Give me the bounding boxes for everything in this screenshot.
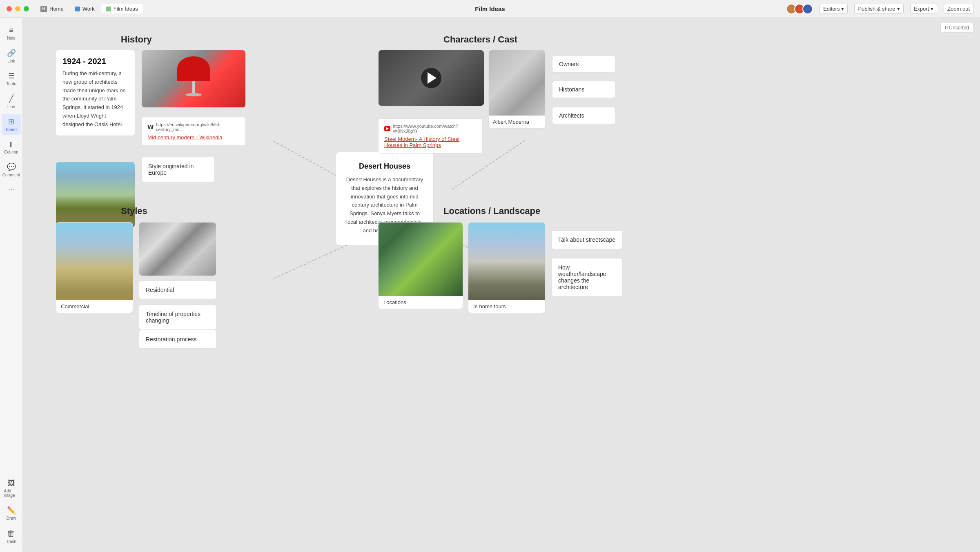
sidebar-line-label: Line	[7, 105, 15, 109]
yt-link-title[interactable]: Steel Modern- A History of Steel Houses …	[384, 136, 477, 148]
minimize-button[interactable]	[15, 6, 20, 11]
wiki-url-text: https://en.wikipedia.org/wiki/Mid-centur…	[156, 122, 240, 132]
sidebar-column-label: Column	[4, 150, 18, 154]
sidebar-add-image-label: Add image	[4, 489, 19, 498]
publish-chevron: ▾	[897, 6, 900, 12]
sidebar-item-board[interactable]: ⊞ Board	[2, 114, 21, 135]
styles-section-label: Styles	[121, 206, 147, 216]
sidebar: ≡ Note 🔗 Link ☰ To-do ╱ Line ⊞ Board ⫿ C…	[0, 18, 23, 552]
close-button[interactable]	[7, 6, 12, 11]
maximize-button[interactable]	[24, 6, 29, 11]
trash-icon: 🗑	[7, 529, 15, 538]
video-still-card[interactable]	[378, 50, 484, 106]
wikipedia-icon: 𝗪	[147, 124, 154, 130]
home-tab-icon: 𝗛	[40, 6, 47, 12]
tab-film-ideas[interactable]: Film Ideas	[101, 4, 143, 13]
sidebar-item-note[interactable]: ≡ Note	[2, 23, 21, 44]
sidebar-item-line[interactable]: ╱ Line	[2, 91, 21, 112]
restoration-card: Restoration process	[139, 330, 216, 349]
sidebar-item-link[interactable]: 🔗 Link	[2, 45, 21, 67]
style-origin-card: Style originated in Europe	[141, 157, 215, 182]
sidebar-link-label: Link	[7, 59, 15, 63]
restoration-label: Restoration process	[139, 330, 216, 348]
history-section-label: History	[121, 34, 152, 45]
history-date-range: 1924 - 2021	[56, 50, 135, 69]
sidebar-item-comment[interactable]: 💬 Comment	[2, 159, 21, 180]
draw-icon: ✏️	[7, 506, 16, 515]
traffic-lights	[7, 6, 29, 11]
sidebar-item-draw[interactable]: ✏️ Draw	[2, 503, 21, 524]
sidebar-item-todo[interactable]: ☰ To-do	[2, 68, 21, 89]
albert-moderna-name: Albert Moderna	[489, 116, 545, 128]
more-icon: ···	[8, 185, 14, 194]
canvas[interactable]: 0 Unsorted History 1924 - 2021 During th…	[23, 18, 980, 552]
timeline-card: Timeline of properties changing	[139, 305, 216, 330]
editors-label: Editors	[823, 6, 840, 12]
owners-card: Owners	[552, 56, 615, 73]
wiki-link-title[interactable]: Mid-century modern - Wikipedia	[147, 134, 240, 140]
characters-section-label: Characters / Cast	[443, 34, 517, 45]
yt-url-text: https://www.youtube.com/watch?v=0NxJ0gYr	[393, 124, 477, 134]
commercial-image	[56, 223, 133, 300]
youtube-icon	[384, 126, 390, 131]
unsorted-badge: 0 Unsorted	[940, 23, 973, 33]
residential-card: Residential	[139, 280, 216, 299]
weather-card: How weather/landscape changes the archit…	[551, 258, 623, 296]
albert-moderna-card: Albert Moderna	[488, 50, 546, 129]
sidebar-item-column[interactable]: ⫿ Column	[2, 137, 21, 158]
editors-button[interactable]: Editors ▾	[820, 4, 848, 14]
sidebar-board-label: Board	[6, 127, 17, 132]
chair-image	[142, 50, 245, 107]
editors-chevron: ▾	[841, 6, 844, 12]
sidebar-trash[interactable]: 🗑 Trash	[4, 525, 19, 547]
sidebar-item-more[interactable]: ···	[2, 182, 21, 197]
tab-home-label: Home	[49, 6, 64, 12]
weather-label: How weather/landscape changes the archit…	[552, 258, 622, 296]
board-icon: ⊞	[8, 117, 14, 126]
wiki-url: 𝗪 https://en.wikipedia.org/wiki/Mid-cent…	[147, 122, 240, 132]
export-chevron: ▾	[931, 6, 933, 12]
link-icon: 🔗	[7, 49, 16, 58]
line-icon: ╱	[9, 94, 13, 103]
palm-springs-image	[56, 162, 135, 227]
todo-icon: ☰	[8, 71, 15, 80]
tab-work[interactable]: Work	[70, 4, 100, 13]
locations-label: Locations	[379, 296, 463, 309]
bw-building-card	[139, 222, 216, 276]
sidebar-note-label: Note	[7, 36, 16, 40]
sidebar-item-add-image[interactable]: 🖼 Add image	[2, 476, 21, 501]
historians-card: Historians	[552, 81, 615, 98]
architects-card: Architects	[552, 107, 615, 124]
aerial-image-card: Locations	[378, 222, 463, 309]
zoom-out-button[interactable]: Zoom out	[944, 4, 973, 14]
palm-springs-image-card	[56, 162, 135, 228]
note-icon: ≡	[9, 26, 13, 35]
albert-moderna-image	[489, 50, 545, 116]
streetscape-card: Talk about streetscape	[551, 230, 623, 249]
publish-share-button[interactable]: Publish & share ▾	[854, 4, 903, 14]
history-date-card: 1924 - 2021 During the mid-century, a ne…	[56, 50, 135, 136]
export-button[interactable]: Export ▾	[910, 4, 938, 14]
residential-label: Residential	[139, 281, 216, 299]
youtube-link-card[interactable]: https://www.youtube.com/watch?v=0NxJ0gYr…	[378, 118, 483, 154]
history-description: During the mid-century, a new group of a…	[56, 69, 135, 136]
publish-share-label: Publish & share	[858, 6, 895, 12]
yt-url: https://www.youtube.com/watch?v=0NxJ0gYr	[384, 124, 477, 134]
page-title: Film Ideas	[475, 5, 505, 12]
in-home-tours-label: In home tours	[468, 300, 545, 313]
locations-section-label: Locations / Landscape	[443, 206, 540, 216]
aerial-image	[379, 223, 463, 296]
app-body: ≡ Note 🔗 Link ☰ To-do ╱ Line ⊞ Board ⫿ C…	[0, 18, 980, 552]
play-button[interactable]	[421, 68, 441, 88]
tab-work-label: Work	[82, 6, 95, 12]
style-origin-text: Style originated in Europe	[142, 157, 214, 182]
bw-building-image	[139, 223, 216, 276]
work-tab-icon	[75, 7, 80, 11]
mountain-road-card: In home tours	[468, 222, 546, 313]
mountain-road-image	[468, 223, 545, 300]
wikipedia-link-card[interactable]: 𝗪 https://en.wikipedia.org/wiki/Mid-cent…	[141, 117, 246, 146]
tab-home[interactable]: 𝗛 Home	[36, 4, 69, 14]
trash-label: Trash	[6, 539, 16, 544]
comment-icon: 💬	[7, 162, 16, 171]
title-bar-right: Editors ▾ Publish & share ▾ Export ▾ Zoo…	[786, 4, 973, 14]
